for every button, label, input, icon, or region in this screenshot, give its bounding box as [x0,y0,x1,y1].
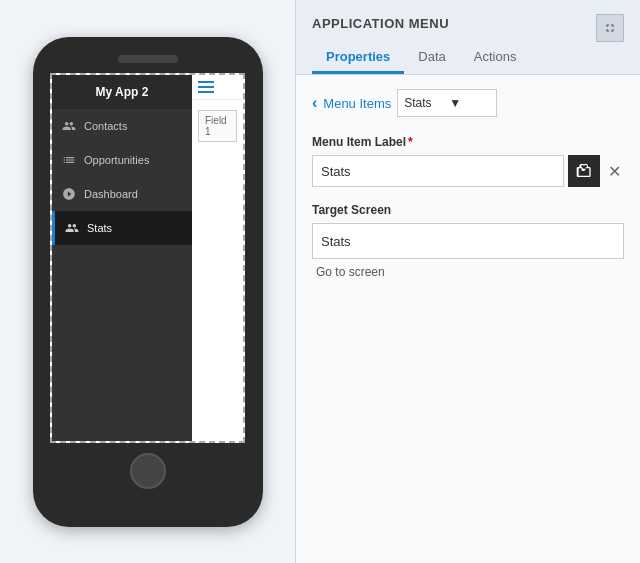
right-panel: APPLICATION MENU Properties Data Actions… [295,0,640,563]
sidebar-item-stats[interactable]: Stats [52,211,192,245]
menu-item-label-heading: Menu Item Label* [312,135,624,149]
breadcrumb-current: Stats [404,96,445,110]
breadcrumb-menu-items[interactable]: Menu Items [323,96,391,111]
stats-label: Stats [87,222,112,234]
menu-item-label-row: ✕ [312,155,624,187]
sidebar-item-dashboard[interactable]: Dashboard [52,177,192,211]
phone-field: Field 1 [198,110,237,142]
tab-actions[interactable]: Actions [460,42,531,74]
label-picker-button[interactable] [568,155,600,187]
phone-topbar [192,75,243,100]
opportunities-label: Opportunities [84,154,149,166]
breadcrumb-dropdown[interactable]: Stats ▼ [397,89,497,117]
target-screen-label: Target Screen [312,203,624,217]
panel-tabs: Properties Data Actions [312,42,624,74]
required-indicator: * [408,135,413,149]
panel-body: ‹ Menu Items Stats ▼ Menu Item Label* ✕ … [296,75,640,563]
sidebar-item-opportunities[interactable]: Opportunities [52,143,192,177]
dashboard-label: Dashboard [84,188,138,200]
chevron-down-icon: ▼ [449,96,490,110]
sidebar-item-contacts[interactable]: Contacts [52,109,192,143]
phone-content: Field 1 [192,75,243,441]
opportunities-icon [60,151,78,169]
contacts-label: Contacts [84,120,127,132]
phone-mockup: My App 2 Contacts Opportunities [33,37,263,527]
left-panel: My App 2 Contacts Opportunities [0,0,295,563]
phone-screen: My App 2 Contacts Opportunities [50,73,245,443]
app-title: My App 2 [52,75,192,109]
contacts-icon [60,117,78,135]
dashboard-icon [60,185,78,203]
tab-data[interactable]: Data [404,42,459,74]
breadcrumb: ‹ Menu Items Stats ▼ [312,89,624,117]
hamburger-icon[interactable] [198,81,214,93]
menu-item-label-input[interactable] [312,155,564,187]
expand-button[interactable] [596,14,624,42]
go-to-screen-link[interactable]: Go to screen [312,265,624,279]
stats-icon [63,219,81,237]
app-sidebar: My App 2 Contacts Opportunities [52,75,192,441]
target-screen-input[interactable] [312,223,624,259]
back-arrow-icon[interactable]: ‹ [312,94,317,112]
panel-title: APPLICATION MENU [312,16,449,31]
phone-home-button[interactable] [130,453,166,489]
phone-speaker [118,55,178,63]
clear-label-button[interactable]: ✕ [604,161,624,181]
panel-header: APPLICATION MENU Properties Data Actions [296,0,640,75]
tab-properties[interactable]: Properties [312,42,404,74]
